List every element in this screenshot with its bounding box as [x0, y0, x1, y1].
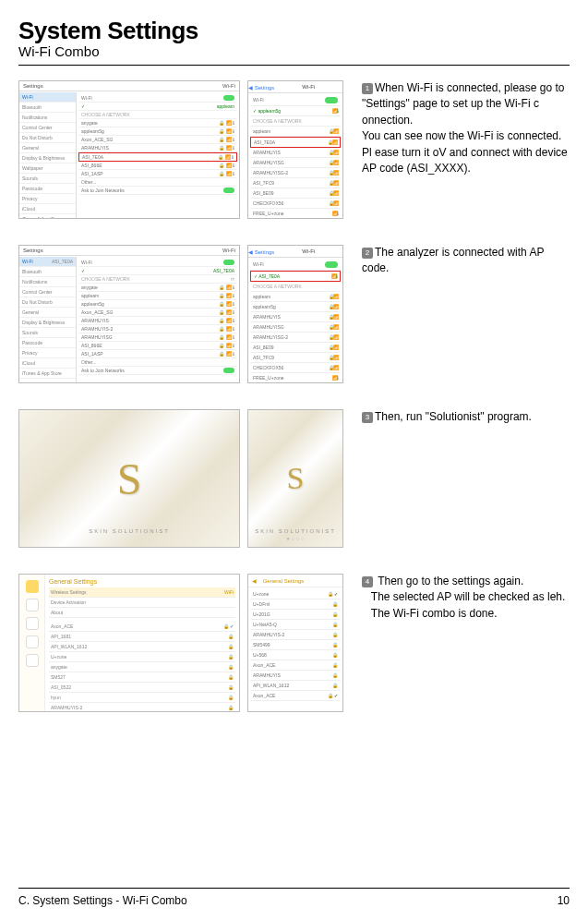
step-1: SettingsWi-Fi Wi-Fi Bluetooth Notificati… [18, 80, 570, 219]
step-badge-1: 1 [362, 83, 373, 94]
step-badge-2: 2 [362, 248, 373, 259]
screenshot-settings-wifi-2: SettingsWi-Fi Wi-FiASI_7E0A Bluetooth No… [18, 245, 240, 383]
screenshot-settings-wifi-1: SettingsWi-Fi Wi-Fi Bluetooth Notificati… [18, 80, 240, 219]
screenshot-solutionist-tablet: S SKIN SOLUTIONIST [18, 409, 240, 548]
step-4: General Settings Wireless SettingsWiFi D… [18, 574, 570, 712]
step-3-text: 3Then, run "Solutionist" program. [362, 409, 570, 425]
screenshot-general-settings-phone: ◀ General Settings U+zone🔒 ✔ U+DFml🔒 U+2… [247, 574, 343, 712]
footer-breadcrumb: C. System Settings - Wi-Fi Combo [18, 894, 187, 907]
page-number: 10 [558, 894, 570, 907]
step-3: S SKIN SOLUTIONIST S SKIN SOLUTIONIST ● … [18, 409, 570, 548]
page-footer: C. System Settings - Wi-Fi Combo 10 [18, 888, 570, 907]
screenshot-phone-wifi-2: ◀ SettingsWi-Fi Wi-Fi ✓ ASI_7E0A CHOOSE … [247, 245, 343, 383]
page-title: System Settings [18, 17, 570, 45]
screenshot-phone-wifi-1: ◀ SettingsWi-Fi Wi-Fi ✓ appleam5g CHOOSE… [247, 80, 343, 219]
footer-rule [18, 888, 570, 889]
header-rule [18, 65, 570, 66]
step-2-text: 2The analyzer is connected with AP code. [362, 245, 570, 277]
page-subtitle: Wi-Fi Combo [18, 43, 570, 59]
step-badge-3: 3 [362, 412, 373, 423]
screenshot-solutionist-phone: S SKIN SOLUTIONIST ● ○ ○ ○ [247, 409, 343, 548]
screenshot-general-settings-tablet: General Settings Wireless SettingsWiFi D… [18, 574, 240, 712]
step-badge-4: 4 [362, 576, 373, 587]
step-1-text: 1When Wi-Fi is connected, please go to "… [362, 80, 570, 176]
step-4-text: 4 Then go to the settings again. The sel… [362, 574, 570, 622]
step-2: SettingsWi-Fi Wi-FiASI_7E0A Bluetooth No… [18, 245, 570, 383]
